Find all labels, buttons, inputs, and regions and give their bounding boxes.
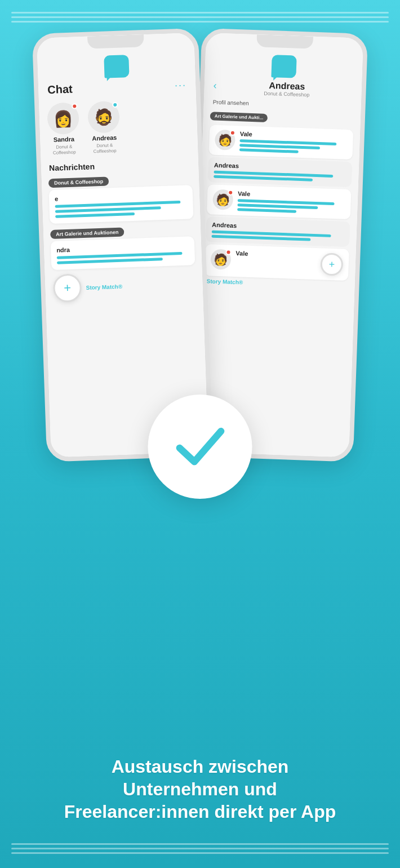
back-arrow-icon[interactable]: ‹	[213, 80, 217, 92]
msg-sender-2: ndra	[56, 242, 189, 254]
sandra-name: Sandra	[54, 136, 75, 143]
right-chat-icon	[271, 55, 296, 78]
group-donut: Donut & Coffeeshop e	[48, 172, 194, 224]
group-donut-tag: Donut & Coffeeshop	[48, 177, 109, 188]
andreas-lines-1	[214, 171, 346, 183]
msg-lines-1	[55, 201, 188, 218]
profil-link[interactable]: Profil ansehen	[211, 99, 354, 110]
msg-sender-1: e	[55, 191, 187, 202]
msg-line	[55, 206, 161, 213]
bottom-decoration	[0, 829, 400, 868]
vale-avatar-2: 🧑	[212, 189, 233, 210]
right-chat-header: ‹ Andreas Donut & Coffeeshop	[211, 78, 355, 99]
msg-card-1[interactable]: e	[49, 185, 194, 224]
vale-avatar-1: 🧑	[215, 130, 235, 150]
sandra-avatar-wrap: 👩	[47, 102, 79, 135]
vale-name-3: Vale	[235, 250, 316, 259]
vale-bubble-content-1: Vale	[239, 130, 348, 155]
sandra-red-dot	[72, 103, 77, 109]
bubble-line	[239, 148, 299, 153]
bubble-andreas-2[interactable]: Andreas	[206, 216, 350, 247]
group-galerie: Art Galerie und Auktionen ndra	[50, 223, 195, 270]
vale-lines-2	[237, 199, 345, 215]
check-wrapper	[148, 395, 252, 499]
right-chat-icon-wrap	[211, 52, 355, 80]
bottom-headline: Austausch zwischen Unternehmen und Freel…	[17, 755, 383, 823]
chat-title: Chat	[47, 83, 73, 97]
contact-andreas[interactable]: 🧔 Andreas Donut &Coffeeshop	[87, 101, 121, 154]
msg-lines-2	[57, 252, 189, 264]
vale-avatar-3: 🧑	[210, 249, 231, 270]
andreas-name: Andreas	[92, 134, 117, 142]
andreas-lines-2	[211, 231, 344, 242]
andreas-sub: Donut &Coffeeshop	[93, 143, 116, 154]
bottom-line1: Austausch zwischen	[112, 756, 289, 777]
msg-card-2[interactable]: ndra	[51, 236, 195, 270]
left-chat-header: Chat ···	[45, 78, 189, 96]
bottom-line3: Freelancer:innen direkt per App	[64, 801, 336, 822]
contacts-row: 👩 Sandra Donut &Coffeeshop 🧔 Andreas Don…	[46, 98, 191, 156]
bottom-line2: Unternehmen und	[123, 779, 277, 799]
left-chat-icon	[104, 55, 129, 78]
bubble-andreas-1[interactable]: Andreas	[208, 157, 352, 187]
msg-line	[55, 201, 180, 208]
vale-red-dot-3	[225, 249, 231, 255]
vale-red-dot-1	[230, 130, 235, 136]
vale-red-dot-2	[228, 190, 233, 196]
story-match-left[interactable]: + Story Match®	[52, 269, 197, 303]
story-match-label-right: Story Match®	[206, 278, 243, 285]
plus-button-left[interactable]: +	[53, 273, 82, 303]
bubble-vale-1[interactable]: 🧑 Vale	[209, 125, 354, 160]
dots-menu-icon[interactable]: ···	[175, 79, 187, 92]
vale-bubble-content-2: Vale	[237, 190, 345, 215]
msg-line	[55, 212, 135, 218]
vale-lines-1	[239, 139, 348, 155]
vale-name-2: Vale	[238, 190, 345, 201]
vale-name-1: Vale	[240, 130, 348, 141]
bubble-vale-2[interactable]: 🧑 Vale	[207, 184, 352, 219]
check-icon	[175, 427, 225, 467]
right-group-tag: Art Galerie und Aukti...	[210, 112, 268, 122]
sandra-sub: Donut &Coffeeshop	[52, 144, 75, 156]
contact-sandra[interactable]: 👩 Sandra Donut &Coffeeshop	[47, 102, 80, 156]
vale-bubble-content-3: Vale	[235, 250, 316, 262]
right-header-center: Andreas Donut & Coffeeshop	[221, 79, 353, 99]
story-match-label-left: Story Match®	[86, 283, 122, 290]
plus-button-right[interactable]: +	[320, 253, 343, 276]
check-circle	[148, 395, 252, 499]
andreas-avatar-wrap: 🧔	[87, 101, 120, 134]
msg-line	[57, 252, 183, 259]
msg-line	[57, 258, 163, 264]
bubble-line	[237, 208, 296, 213]
bubble-vale-3[interactable]: 🧑 Vale +	[205, 244, 349, 281]
top-decoration	[0, 0, 400, 34]
bottom-text: Austausch zwischen Unternehmen und Freel…	[0, 755, 400, 823]
group-galerie-tag: Art Galerie und Auktionen	[50, 228, 125, 240]
andreas-online-dot	[112, 102, 118, 108]
nachrichten-label: Nachrichten	[48, 158, 192, 172]
left-chat-icon-wrap	[44, 52, 188, 80]
